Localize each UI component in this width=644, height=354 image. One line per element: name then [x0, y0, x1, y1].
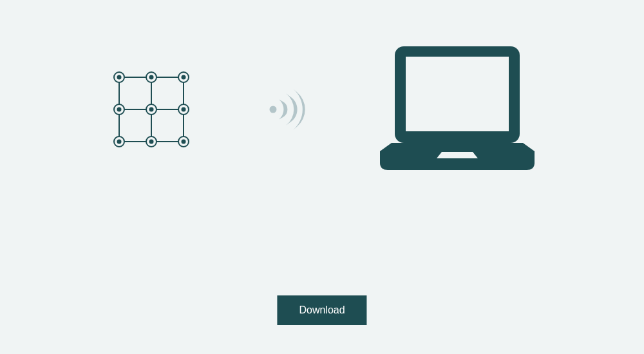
- svg-point-19: [117, 140, 122, 144]
- svg-point-15: [149, 107, 154, 112]
- illustration-row: [0, 45, 644, 174]
- svg-point-7: [117, 75, 122, 80]
- svg-point-9: [149, 75, 154, 80]
- svg-point-17: [182, 107, 186, 112]
- svg-point-21: [149, 140, 154, 144]
- wifi-signal-icon: [264, 87, 309, 132]
- svg-point-13: [117, 107, 122, 112]
- download-button[interactable]: Download: [277, 295, 366, 325]
- svg-point-24: [269, 106, 276, 113]
- laptop-icon: [380, 45, 535, 174]
- svg-point-11: [182, 75, 186, 80]
- svg-rect-26: [406, 57, 509, 131]
- grid-network-icon: [109, 68, 193, 151]
- svg-point-23: [182, 140, 186, 144]
